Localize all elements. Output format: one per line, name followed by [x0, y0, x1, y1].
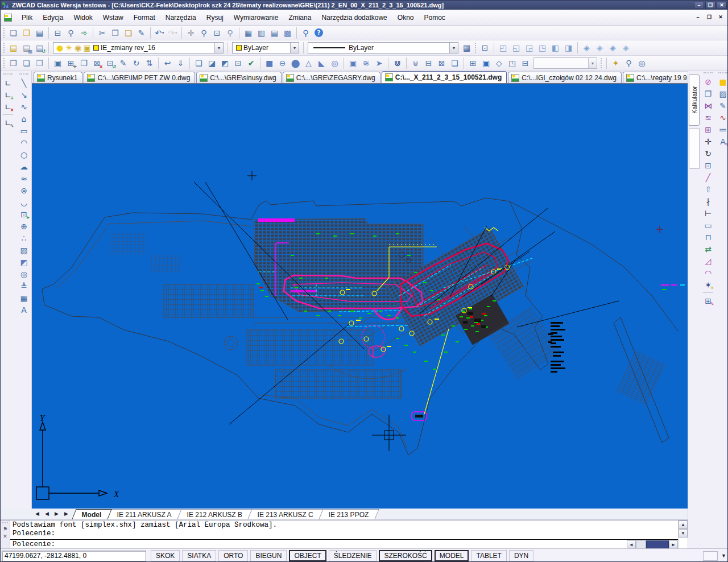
ucs-edit-icon[interactable]: ∟✎ [2, 117, 14, 129]
offset-icon[interactable]: ≋ [702, 111, 714, 123]
spline-icon[interactable]: ≈ [18, 172, 30, 184]
layout-tab-ie-213-arkusz-c[interactable]: IE 213 ARKUSZ C [247, 509, 323, 519]
viewport-scale-combo[interactable]: ▾ [533, 57, 597, 69]
drawing-viewport[interactable]: Y X [32, 84, 688, 509]
view-nw-iso-icon[interactable]: ◈ [620, 42, 632, 54]
view-right-icon[interactable]: ◳ [536, 42, 548, 54]
zoom-realtime-icon[interactable]: ⚲ [198, 27, 210, 39]
status-toggle-dyn[interactable]: DYN [509, 550, 533, 561]
mdi-minimize-button[interactable]: – [693, 14, 702, 21]
move-icon[interactable]: ✛ [702, 135, 714, 147]
print-preview-icon[interactable]: ⚲ [65, 27, 77, 39]
layout-prev-icon[interactable]: ◀ [43, 510, 51, 518]
explode-icon[interactable]: ✶✦ [702, 279, 714, 291]
sweep-icon[interactable]: ➤ [373, 57, 385, 69]
menu-wymiarowanie[interactable]: Wymiarowanie [229, 12, 284, 23]
unisolate-objects-icon[interactable]: ❐ [34, 57, 46, 69]
render-icon[interactable]: ◎ [636, 57, 648, 69]
trim-icon[interactable]: ∤ [702, 195, 714, 207]
menu-okno[interactable]: Okno [392, 12, 419, 23]
block-save-icon[interactable]: ⇓ [175, 57, 187, 69]
view-top-icon[interactable]: ◰ [497, 42, 509, 54]
isolate-objects-icon[interactable]: ❏ [20, 57, 32, 69]
mirror-icon[interactable]: ⋈ [702, 100, 714, 111]
hscroll-track[interactable] [636, 540, 646, 549]
view-se-iso-icon[interactable]: ◈ [594, 42, 606, 54]
calculator-panel-tab[interactable]: Kalkulator [689, 75, 700, 126]
toolbar-grip[interactable] [718, 72, 727, 74]
ellipse-icon[interactable]: ⊜ [18, 184, 30, 196]
solid-sphere-icon[interactable]: ⊖ [276, 57, 288, 69]
xref-move-icon[interactable]: ⊞✛ [65, 57, 77, 69]
status-toggle-object[interactable]: OBJECT [289, 550, 326, 561]
erase-icon[interactable]: ⊘ [702, 76, 714, 88]
coordinates-readout[interactable]: 47199.0627, -2812.4881, 0 [2, 551, 146, 561]
layer-properties-icon[interactable]: ▤ [7, 42, 19, 54]
layer-combo[interactable]: ●☀◉▣ IE_zmiany rev_16 ▾ [53, 42, 224, 53]
color-swatch-icon[interactable]: ■ [717, 76, 728, 88]
pan-icon[interactable]: ✛ [185, 27, 197, 39]
menu-pomoc[interactable]: Pomoc [419, 12, 450, 23]
color-combo[interactable]: ByLayer ▾ [232, 42, 299, 53]
layout-tab-ie-211-arkusz-a[interactable]: IE 211 ARKUSZ A [107, 509, 181, 519]
layer-freeze-icon[interactable]: ☀ [64, 42, 73, 54]
draworder-icon[interactable]: ◪ [206, 57, 218, 69]
break-at-point-icon[interactable]: ⊓ [702, 231, 714, 243]
status-toggle-skok[interactable]: SKOK [151, 550, 180, 561]
toolbar-grip[interactable] [3, 28, 5, 38]
send-to-back-icon[interactable]: ⊡ [232, 57, 244, 69]
undo-icon[interactable]: ↶▾ [154, 27, 166, 39]
union-icon[interactable]: ⊎ [410, 57, 421, 69]
properties-toggle-icon[interactable]: ▦ [461, 42, 473, 54]
color-combo-arrow-icon[interactable]: ▾ [290, 43, 299, 53]
solid-torus-icon[interactable]: ◎ [329, 57, 341, 69]
document-tab[interactable]: C:\...\GRE\ZEGASRY.dwg [283, 72, 380, 83]
rectangle-icon[interactable]: ▭ [18, 125, 30, 137]
line-icon[interactable]: ╲ [18, 77, 30, 89]
solid-wedge-icon[interactable]: ◣ [316, 57, 328, 69]
annotative-update-icon[interactable]: ✔ [245, 57, 257, 69]
match-properties-icon[interactable]: ✎ [135, 27, 147, 39]
scroll-down-icon[interactable]: ▼ [679, 529, 688, 538]
sheet-set-manager-icon[interactable]: ▩ [282, 27, 293, 39]
view-left-icon[interactable]: ◲ [523, 42, 535, 54]
join-icon[interactable]: ⇄ [702, 243, 714, 255]
hscroll-thumb[interactable] [646, 540, 669, 549]
region-icon[interactable]: ◎ [18, 268, 30, 280]
linetype-combo-arrow-icon[interactable]: ▾ [449, 43, 458, 53]
break-icon[interactable]: ▭ [702, 219, 714, 231]
hatch-icon[interactable]: ▨ [18, 244, 30, 256]
close-button[interactable]: ✕ [717, 2, 727, 9]
xref-open-icon[interactable]: ❒ [78, 57, 90, 69]
insert-block-icon[interactable]: ⊡➤ [18, 208, 30, 220]
status-toggle-szerokość[interactable]: SZEROKOŚĆ [379, 550, 432, 561]
subtract-icon[interactable]: ⊟ [423, 57, 435, 69]
zoom-previous-icon[interactable]: ⚲ [224, 27, 236, 39]
circle-icon[interactable]: ○ [18, 148, 30, 160]
gradient-icon[interactable]: ◩ [18, 256, 30, 268]
open-file-icon[interactable]: ❒ [20, 27, 32, 39]
named-views-icon[interactable]: ⊡ [479, 42, 491, 54]
chamfer-icon[interactable]: ◿ [702, 255, 714, 267]
fillet-icon[interactable]: ◠ [702, 267, 714, 279]
toolbar-grip[interactable] [475, 43, 477, 53]
toolbar-grip[interactable] [3, 43, 5, 53]
construction-line-icon[interactable]: ↘ [18, 89, 30, 101]
wipeout-icon[interactable]: ❏ [193, 57, 205, 69]
publish-icon[interactable]: ➾ [78, 27, 90, 39]
layer-plot-icon[interactable]: ▣ [82, 42, 92, 54]
menu-zmiana[interactable]: Zmiana [283, 12, 316, 23]
command-input-line[interactable]: Polecenie: ◀ ▶ [10, 539, 678, 548]
status-toggle-biegun[interactable]: BIEGUN [250, 550, 287, 561]
xref-reload-icon[interactable]: ⊡↺ [104, 57, 116, 69]
linetype-combo[interactable]: ByLayer ▾ [308, 42, 458, 53]
layout-tab-ie-213-ppoz[interactable]: IE 213 PPOZ [318, 509, 379, 519]
menu-narzędzia-dodatkowe[interactable]: Narzędzia dodatkowe [316, 12, 392, 23]
menu-rysuj[interactable]: Rysuj [201, 12, 229, 23]
print-icon[interactable]: ⊟ [52, 27, 64, 39]
pin-icon[interactable]: ⚑ [2, 526, 9, 533]
layer-states-icon[interactable]: ▤▦ [20, 42, 32, 54]
properties-palette-icon[interactable]: ▦ [242, 27, 254, 39]
status-toggle-siatka[interactable]: SIATKA [182, 550, 216, 561]
toolbar-grip[interactable] [601, 58, 602, 68]
